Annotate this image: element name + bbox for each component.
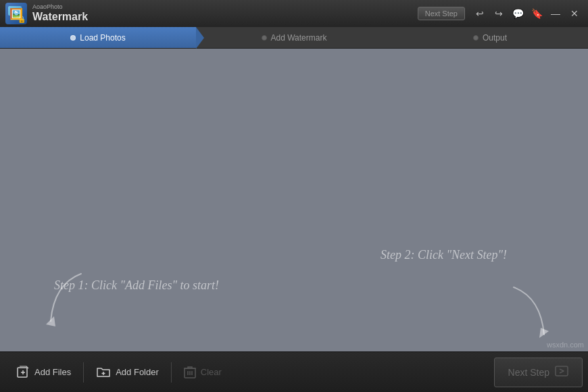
add-files-button[interactable]: Add Files: [5, 358, 82, 387]
add-folder-button[interactable]: Add Folder: [85, 358, 170, 387]
redo-button[interactable]: ↪: [491, 5, 507, 22]
clear-button[interactable]: Clear: [173, 358, 232, 387]
clear-icon: [184, 366, 196, 379]
tab-output[interactable]: Output: [392, 27, 588, 48]
tab-add-watermark[interactable]: Add Watermark: [196, 27, 392, 48]
app-name-block: AoaoPhoto Watermark: [32, 4, 88, 22]
step1-instruction: Step 1: Click "Add Files" to start!: [54, 278, 219, 293]
clear-label: Clear: [201, 367, 222, 377]
chat-icon-button[interactable]: 💬: [510, 5, 526, 22]
next-step-arrow-icon: [555, 366, 568, 378]
watermark-credit: wsxdn.com: [547, 341, 584, 349]
toolbar-separator-1: [83, 362, 84, 383]
app-identity: 🖼️ AoaoPhoto Watermark: [5, 3, 88, 24]
bookmark-icon-button[interactable]: 🔖: [529, 5, 545, 22]
toolbar-separator-2: [171, 362, 172, 383]
app-title: Watermark: [32, 11, 88, 23]
undo-button[interactable]: ↩: [472, 5, 488, 22]
step-dot-output: [473, 35, 479, 41]
app-logo: 🖼️: [5, 3, 27, 24]
add-files-label: Add Files: [34, 367, 71, 377]
step1-arrow: [41, 270, 95, 331]
tab-add-watermark-label: Add Watermark: [271, 33, 327, 43]
svg-marker-0: [46, 316, 55, 326]
next-step-button[interactable]: Next Step: [494, 358, 583, 387]
next-step-label: Next Step: [508, 367, 549, 378]
tab-load-photos-label: Load Photos: [80, 33, 125, 43]
step2-arrow: [500, 284, 554, 345]
title-bar: 🖼️ AoaoPhoto Watermark Next Step ↩ ↪ 💬 🔖…: [0, 0, 588, 27]
add-files-icon: [16, 366, 30, 379]
close-button[interactable]: ✕: [566, 5, 583, 22]
svg-marker-1: [539, 328, 549, 338]
add-folder-icon: [96, 366, 111, 379]
titlebar-controls: Next Step ↩ ↪ 💬 🔖 — ✕: [418, 5, 583, 22]
minimize-button[interactable]: —: [547, 5, 564, 22]
step-tabs: Load Photos Add Watermark Output: [0, 27, 588, 49]
step-dot-watermark: [262, 35, 267, 41]
step-dot-load: [70, 35, 76, 41]
tab-output-label: Output: [483, 33, 507, 43]
app-subtitle: AoaoPhoto: [32, 4, 88, 11]
tab-load-photos[interactable]: Load Photos: [0, 27, 196, 48]
title-next-button[interactable]: Next Step: [418, 7, 465, 20]
bottom-toolbar: Add Files Add Folder Clear: [0, 351, 588, 392]
svg-rect-12: [556, 366, 568, 376]
main-content-area: Step 1: Click "Add Files" to start! Step…: [0, 49, 588, 351]
step2-instruction: Step 2: Click "Next Step"!: [381, 248, 507, 262]
add-folder-label: Add Folder: [116, 367, 159, 377]
